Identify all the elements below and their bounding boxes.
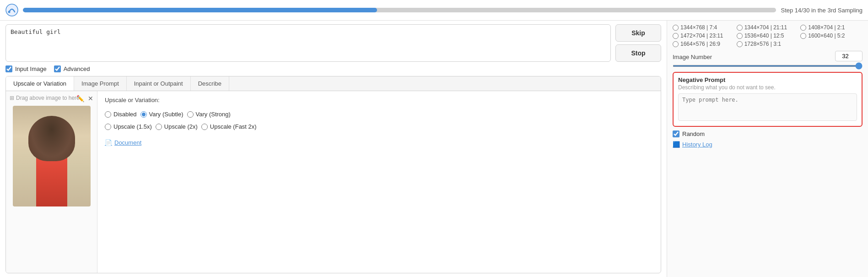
radio-upscale-2[interactable] xyxy=(156,124,162,130)
resolution-1344x704-21[interactable]: 1344×704 | 21:11 xyxy=(737,24,799,31)
random-label: Random xyxy=(682,130,705,137)
radio-upscale-fast2[interactable] xyxy=(201,124,208,130)
option-upscale-1.5x[interactable]: Upscale (1.5x) xyxy=(105,123,152,130)
input-image-checkbox[interactable] xyxy=(5,65,12,72)
progress-text: Step 14/30 in the 3rd Sampling xyxy=(781,7,863,14)
radio-disabled[interactable] xyxy=(105,111,111,118)
left-panel: Skip Stop Input Image Advanced Upscale o… xyxy=(0,21,667,277)
prompt-row: Skip Stop xyxy=(5,24,661,62)
radio-resolution-1536x640[interactable] xyxy=(737,33,743,39)
main-layout: Skip Stop Input Image Advanced Upscale o… xyxy=(0,21,868,277)
random-row[interactable]: Random xyxy=(673,130,863,137)
resolution-1408x704[interactable]: 1408×704 | 2:1 xyxy=(800,24,863,31)
image-number-section: Image Number xyxy=(673,51,863,68)
progress-bar-fill xyxy=(23,8,377,12)
right-panel: 1344×768 | 7:4 1344×704 | 21:11 1408×704… xyxy=(667,21,868,277)
image-actions: ✏️ ✕ xyxy=(75,94,94,103)
drag-label: ⊞ Drag above image to here xyxy=(10,95,80,101)
option-upscale-2x[interactable]: Upscale (2x) xyxy=(156,123,198,130)
negative-prompt-textarea[interactable] xyxy=(678,93,857,121)
resolution-1472x704[interactable]: 1472×704 | 23:11 xyxy=(673,33,735,39)
document-icon: 📄 xyxy=(105,139,112,146)
option-vary-strong[interactable]: Vary (Strong) xyxy=(187,111,231,118)
option-disabled[interactable]: Disabled xyxy=(105,111,137,118)
resolution-1600x640[interactable]: 1600×640 | 5:2 xyxy=(800,33,863,39)
checkbox-row: Input Image Advanced xyxy=(5,65,661,72)
random-checkbox[interactable] xyxy=(673,130,679,137)
history-log-link[interactable]: 🟦 History Log xyxy=(673,141,863,148)
input-image-label: Input Image xyxy=(15,65,47,72)
svg-point-0 xyxy=(6,4,18,16)
resolution-1664x576[interactable]: 1664×576 | 26:9 xyxy=(673,41,735,47)
radio-vary-subtle[interactable] xyxy=(140,111,147,118)
option-upscale-fast-2x[interactable]: Upscale (Fast 2x) xyxy=(201,123,257,130)
svg-point-1 xyxy=(8,11,11,13)
image-number-label: Image Number xyxy=(673,54,712,60)
close-image-button[interactable]: ✕ xyxy=(87,94,94,103)
tabs-header: Upscale or Variation Image Prompt Inpain… xyxy=(6,76,661,91)
upscale-radio-group-2: Upscale (1.5x) Upscale (2x) Upscale (Fas… xyxy=(105,123,653,130)
advanced-checkbox[interactable] xyxy=(54,65,61,72)
stop-button[interactable]: Stop xyxy=(615,44,661,62)
document-link[interactable]: 📄 Document xyxy=(105,139,653,146)
negative-prompt-label: Negative Prompt xyxy=(678,76,857,83)
image-number-slider[interactable] xyxy=(673,65,863,67)
image-preview xyxy=(13,106,91,206)
upscale-radio-group: Disabled Vary (Subtle) Vary (Strong) xyxy=(105,111,653,118)
progress-bar xyxy=(23,8,776,12)
radio-resolution-1344x704-21[interactable] xyxy=(737,25,743,31)
slider-row xyxy=(673,61,863,68)
radio-resolution-1344x768[interactable] xyxy=(673,25,679,31)
edit-image-button[interactable]: ✏️ xyxy=(75,94,85,103)
image-number-row: Image Number xyxy=(673,51,863,61)
tab-content: ⊞ Drag above image to here ✏️ ✕ Upscale … xyxy=(6,91,661,273)
tab-image-prompt[interactable]: Image Prompt xyxy=(74,76,127,91)
image-number-input[interactable] xyxy=(835,51,863,61)
logo xyxy=(5,4,18,16)
history-log-icon: 🟦 xyxy=(673,141,680,148)
tabs-container: Upscale or Variation Image Prompt Inpain… xyxy=(5,76,661,273)
resolution-grid: 1344×768 | 7:4 1344×704 | 21:11 1408×704… xyxy=(673,24,863,47)
input-image-checkbox-label[interactable]: Input Image xyxy=(5,65,47,72)
negative-prompt-box: Negative Prompt Describing what you do n… xyxy=(673,72,863,127)
drag-icon: ⊞ xyxy=(10,95,14,101)
radio-resolution-1728x576[interactable] xyxy=(737,41,743,47)
tab-inpaint-outpaint[interactable]: Inpaint or Outpaint xyxy=(127,76,191,91)
resolution-1344x768[interactable]: 1344×768 | 7:4 xyxy=(673,24,735,31)
action-buttons: Skip Stop xyxy=(615,24,661,62)
option-vary-subtle[interactable]: Vary (Subtle) xyxy=(140,111,183,118)
top-bar: Step 14/30 in the 3rd Sampling xyxy=(0,0,868,21)
radio-resolution-1600x640[interactable] xyxy=(800,33,806,39)
skip-button[interactable]: Skip xyxy=(615,24,661,42)
options-panel: Upscale or Variation: Disabled Vary (Sub… xyxy=(97,91,661,273)
radio-resolution-1664x576[interactable] xyxy=(673,41,679,47)
resolution-1728x576[interactable]: 1728×576 | 3:1 xyxy=(737,41,799,47)
resolution-1536x640[interactable]: 1536×640 | 12:5 xyxy=(737,33,799,39)
prompt-textarea[interactable] xyxy=(5,24,611,62)
radio-resolution-1408x704[interactable] xyxy=(800,25,806,31)
radio-vary-strong[interactable] xyxy=(187,111,194,118)
negative-prompt-desc: Describing what you do not want to see. xyxy=(678,84,857,91)
tab-describe[interactable]: Describe xyxy=(191,76,229,91)
advanced-checkbox-label[interactable]: Advanced xyxy=(54,65,90,72)
tab-upscale-variation[interactable]: Upscale or Variation xyxy=(6,76,74,91)
radio-upscale-1.5[interactable] xyxy=(105,124,111,130)
advanced-label: Advanced xyxy=(64,65,90,72)
radio-resolution-1472x704[interactable] xyxy=(673,33,679,39)
options-title: Upscale or Variation: xyxy=(105,97,653,103)
image-panel: ⊞ Drag above image to here ✏️ ✕ xyxy=(6,91,97,273)
